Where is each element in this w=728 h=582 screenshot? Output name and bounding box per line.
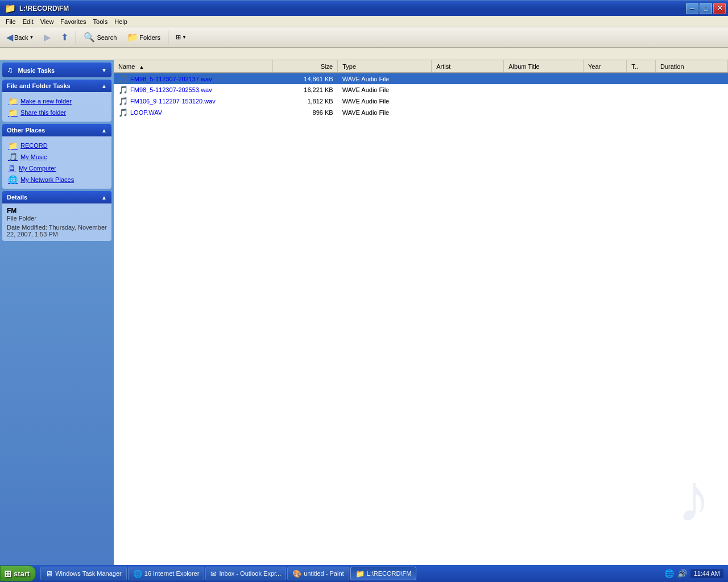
toolbar-separator-2: [168, 31, 168, 44]
close-button[interactable]: ✕: [713, 3, 726, 14]
my-computer-icon: 🖥: [8, 164, 16, 173]
taskbar-item-label: untitled - Paint: [304, 570, 344, 577]
file-name-cell[interactable]: 🎵 LOOP.WAV: [114, 107, 272, 118]
record-label: RECORD: [20, 142, 48, 149]
search-label: Search: [97, 34, 117, 41]
details-body: FM File Folder Date Modified: Thursday, …: [2, 203, 111, 241]
main-layout: ♫ Music Tasks ▼ File and Folder Tasks ▲ …: [0, 60, 728, 565]
file-type-icon: 🎵: [118, 85, 128, 94]
col-name[interactable]: Name ▲: [114, 60, 272, 73]
file-name-cell[interactable]: 🎵 FM98_5-112307-202137.wav: [114, 73, 272, 84]
start-button[interactable]: ⊞ start: [0, 566, 36, 581]
music-tasks-collapse[interactable]: ▼: [101, 67, 107, 73]
file-name-text[interactable]: FM98_5-112307-202553.wav: [130, 86, 212, 93]
folders-button[interactable]: 📁 Folders: [123, 30, 164, 45]
menu-edit[interactable]: Edit: [19, 17, 37, 26]
record-folder-icon: 📁: [8, 141, 18, 150]
my-computer-link[interactable]: 🖥 My Computer: [5, 163, 109, 174]
file-size: 896 KB: [272, 107, 337, 118]
taskbar-item[interactable]: 🌐16 Internet Explorer: [128, 567, 205, 580]
file-name-text[interactable]: FM106_9-112207-153120.wav: [130, 98, 216, 105]
back-dropdown-icon[interactable]: ▼: [29, 35, 34, 40]
details-header[interactable]: Details ▲: [2, 191, 111, 203]
menu-help[interactable]: Help: [111, 17, 131, 26]
detail-type: File Folder: [7, 215, 107, 222]
title-bar-left: 📁 L:\RECORD\FM: [5, 3, 69, 14]
maximize-button[interactable]: □: [700, 3, 712, 14]
col-artist[interactable]: Artist: [432, 60, 504, 73]
menu-view[interactable]: View: [37, 17, 57, 26]
file-artist: [432, 73, 504, 84]
col-type[interactable]: Type: [338, 60, 432, 73]
file-folder-tasks-title: File and Folder Tasks: [7, 82, 71, 89]
other-places-header[interactable]: Other Places ▲: [2, 124, 111, 136]
file-name-cell[interactable]: 🎵 FM98_5-112307-202553.wav: [114, 84, 272, 95]
file-track: [627, 107, 656, 118]
col-album[interactable]: Album Title: [504, 60, 584, 73]
menu-file[interactable]: File: [2, 17, 19, 26]
file-name-cell[interactable]: 🎵 FM106_9-112207-153120.wav: [114, 95, 272, 107]
detail-date: Date Modified: Thursday, November 22, 20…: [7, 224, 107, 238]
other-places-collapse[interactable]: ▲: [101, 127, 107, 134]
taskbar-item[interactable]: 📁L:\RECORD\FM: [350, 567, 417, 580]
music-tasks-header[interactable]: ♫ Music Tasks ▼: [2, 63, 111, 77]
file-type-icon: 🎵: [118, 97, 128, 106]
back-button[interactable]: ◀ Back ▼: [2, 30, 38, 45]
file-artist: [432, 95, 504, 107]
forward-button[interactable]: ▶: [40, 30, 55, 45]
file-area[interactable]: Name ▲ Size Type Artist Album Title Year…: [114, 60, 728, 565]
file-track: [627, 84, 656, 95]
make-new-folder-label: Make a new folder: [20, 98, 72, 105]
file-folder-tasks-header[interactable]: File and Folder Tasks ▲: [2, 80, 111, 92]
table-row[interactable]: 🎵 FM98_5-112307-202137.wav 14,861 KB WAV…: [114, 73, 728, 84]
views-dropdown-icon[interactable]: ▼: [182, 35, 187, 40]
table-row[interactable]: 🎵 LOOP.WAV 896 KB WAVE Audio File: [114, 107, 728, 118]
table-row[interactable]: 🎵 FM106_9-112207-153120.wav 1,812 KB WAV…: [114, 95, 728, 107]
taskbar-item[interactable]: ✉Inbox - Outlook Expr...: [205, 567, 286, 580]
file-album: [504, 73, 584, 84]
search-button[interactable]: 🔍 Search: [80, 30, 121, 45]
file-year: [583, 84, 626, 95]
table-row[interactable]: 🎵 FM98_5-112307-202553.wav 16,221 KB WAV…: [114, 84, 728, 95]
menu-favorites[interactable]: Favorites: [57, 17, 89, 26]
taskbar-item[interactable]: 🖥Windows Task Manager: [40, 567, 127, 580]
col-duration[interactable]: Duration: [655, 60, 727, 73]
file-duration: [655, 95, 727, 107]
taskbar-right: 🌐 🔊 11:44 AM: [660, 569, 728, 578]
file-folder-tasks-collapse[interactable]: ▲: [101, 83, 107, 89]
my-music-icon: 🎵: [8, 152, 18, 161]
taskbar-item-label: 16 Internet Explorer: [144, 570, 200, 577]
taskbar-clock: 11:44 AM: [690, 569, 723, 578]
col-year[interactable]: Year: [583, 60, 626, 73]
share-folder-icon: 📁: [8, 108, 18, 117]
file-name-text[interactable]: LOOP.WAV: [130, 109, 162, 116]
minimize-button[interactable]: ─: [686, 3, 698, 14]
taskbar-items: 🖥Windows Task Manager🌐16 Internet Explor…: [38, 567, 659, 580]
my-music-link[interactable]: 🎵 My Music: [5, 151, 109, 163]
menu-tools[interactable]: Tools: [90, 17, 111, 26]
file-folder-tasks-body: 📁 Make a new folder 📁 Share this folder: [2, 92, 111, 122]
other-places-section: Other Places ▲ 📁 RECORD 🎵 My Music 🖥 My …: [2, 124, 111, 189]
record-link[interactable]: 📁 RECORD: [5, 140, 109, 151]
address-bar: [0, 48, 728, 60]
menu-bar: File Edit View Favorites Tools Help: [0, 16, 728, 27]
file-type-icon: 🎵: [118, 74, 128, 84]
share-folder-link[interactable]: 📁 Share this folder: [5, 107, 109, 118]
file-size: 1,812 KB: [272, 95, 337, 107]
col-track[interactable]: T..: [627, 60, 656, 73]
file-year: [583, 107, 626, 118]
taskbar-item-label: Windows Task Manager: [55, 570, 122, 577]
views-button[interactable]: ⊞ ▼: [172, 31, 191, 43]
col-size[interactable]: Size: [272, 60, 337, 73]
my-network-places-link[interactable]: 🌐 My Network Places: [5, 174, 109, 185]
file-name-text[interactable]: FM98_5-112307-202137.wav: [130, 76, 212, 82]
my-computer-label: My Computer: [19, 165, 56, 172]
file-table: Name ▲ Size Type Artist Album Title Year…: [114, 60, 728, 118]
taskbar-item[interactable]: 🎨untitled - Paint: [287, 567, 349, 580]
details-collapse[interactable]: ▲: [101, 194, 107, 201]
up-button[interactable]: ⬆: [57, 30, 72, 45]
file-album: [504, 107, 584, 118]
file-duration: [655, 107, 727, 118]
make-new-folder-link[interactable]: 📁 Make a new folder: [5, 95, 109, 107]
windows-logo-icon: ⊞: [4, 568, 11, 579]
